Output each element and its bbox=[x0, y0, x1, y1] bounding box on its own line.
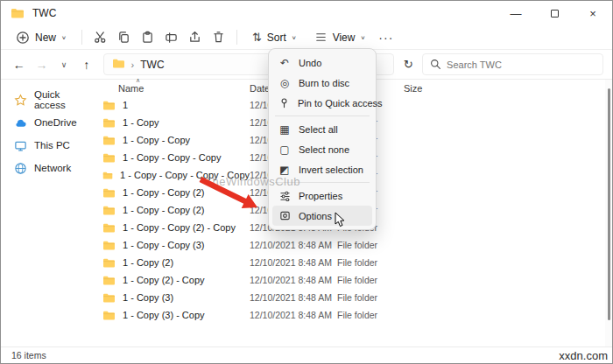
titlebar: TWC — × bbox=[1, 1, 612, 25]
see-more-button[interactable]: ··· bbox=[375, 28, 397, 47]
rename-button[interactable] bbox=[160, 28, 182, 47]
undo-icon: ↶ bbox=[278, 58, 291, 68]
menu-item-label: Undo bbox=[299, 58, 321, 68]
view-button-label: View bbox=[333, 32, 356, 44]
menu-item-burn-to-disc[interactable]: ◎ Burn to disc bbox=[272, 73, 372, 93]
menu-item-label: Burn to disc bbox=[299, 78, 349, 88]
trash-icon bbox=[212, 31, 225, 44]
plus-circle-icon bbox=[16, 31, 30, 45]
menu-item-pin-to-quick-access[interactable]: Pin to Quick access bbox=[272, 93, 372, 113]
properties-icon bbox=[278, 190, 291, 201]
pin-icon bbox=[278, 97, 290, 108]
cut-button[interactable] bbox=[89, 28, 111, 47]
file-type: File folder bbox=[337, 310, 404, 320]
column-header-size[interactable]: Size bbox=[404, 83, 456, 94]
menu-separator bbox=[275, 182, 370, 183]
scrollbar-thumb[interactable] bbox=[608, 88, 610, 320]
new-button[interactable]: New ∨ bbox=[8, 28, 74, 47]
view-button[interactable]: View ∨ bbox=[306, 28, 374, 46]
paste-button[interactable] bbox=[137, 28, 159, 47]
search-input[interactable] bbox=[447, 60, 595, 70]
sidebar-item-quick-access[interactable]: Quick access bbox=[1, 88, 94, 111]
file-name: 1 - Copy (2) bbox=[95, 257, 250, 269]
menu-item-label: Invert selection bbox=[299, 164, 363, 175]
file-row[interactable]: 1 - Copy (3) - Copy12/10/2021 8:48 AMFil… bbox=[95, 306, 605, 324]
file-name: 1 - Copy - Copy bbox=[95, 135, 250, 146]
file-row[interactable]: 1 - Copy (2) - Copy12/10/2021 8:48 AMFil… bbox=[95, 271, 605, 289]
command-toolbar: New ∨ ⇅ Sort ∨ View ∨ bbox=[1, 25, 612, 50]
forward-button[interactable]: → bbox=[32, 58, 52, 72]
window-controls: — × bbox=[497, 1, 612, 25]
folder-icon bbox=[102, 117, 116, 129]
folder-icon bbox=[102, 310, 116, 321]
menu-item-undo[interactable]: ↶ Undo bbox=[272, 52, 372, 73]
close-button[interactable]: × bbox=[574, 1, 612, 25]
file-date-modified: 12/10/2021 8:48 AM bbox=[250, 275, 337, 285]
sidebar-item-network[interactable]: Network bbox=[1, 157, 94, 179]
file-name: 1 - Copy - Copy (3) bbox=[95, 240, 250, 251]
globe-icon bbox=[14, 162, 27, 175]
scissors-icon bbox=[94, 31, 107, 44]
column-header-name[interactable]: Name bbox=[95, 83, 250, 94]
status-bar: 16 items bbox=[1, 346, 612, 363]
up-button[interactable]: ↑ bbox=[77, 58, 96, 72]
toolbar-separator bbox=[81, 30, 82, 45]
menu-item-properties[interactable]: Properties bbox=[272, 186, 372, 206]
menu-item-select-none[interactable]: ▢ Select none bbox=[272, 139, 372, 159]
sidebar-item-label: Network bbox=[34, 163, 71, 173]
file-row[interactable]: 1 - Copy - Copy (3)12/10/2021 8:48 AMFil… bbox=[95, 236, 605, 254]
sidebar-item-onedrive[interactable]: OneDrive bbox=[1, 111, 94, 134]
disc-icon: ◎ bbox=[278, 78, 291, 88]
menu-item-label: Options bbox=[299, 211, 332, 221]
items-count: 16 items bbox=[11, 350, 46, 360]
cloud-icon bbox=[14, 116, 27, 130]
recent-locations-button[interactable]: ∨ bbox=[54, 60, 74, 69]
select-none-icon: ▢ bbox=[278, 144, 291, 155]
copy-button[interactable] bbox=[113, 28, 135, 47]
refresh-button[interactable]: ↻ bbox=[398, 58, 419, 71]
sidebar-item-label: OneDrive bbox=[34, 117, 77, 128]
new-button-label: New bbox=[35, 32, 56, 44]
vertical-scrollbar[interactable] bbox=[605, 80, 612, 346]
file-type: File folder bbox=[337, 292, 404, 303]
menu-item-label: Properties bbox=[299, 191, 342, 201]
share-button[interactable] bbox=[184, 28, 206, 47]
file-row[interactable]: 1 - Copy (2)12/10/2021 8:48 AMFile folde… bbox=[95, 254, 605, 271]
file-name: 1 - Copy - Copy - Copy - Copy bbox=[95, 170, 250, 181]
menu-item-options[interactable]: Options bbox=[272, 206, 372, 226]
sort-button[interactable]: ⇅ Sort ∨ bbox=[244, 29, 305, 46]
breadcrumb-chevron-icon: › bbox=[131, 60, 135, 70]
file-type: File folder bbox=[337, 275, 404, 285]
maximize-button[interactable] bbox=[535, 1, 574, 25]
folder-icon bbox=[102, 135, 116, 146]
file-date-modified: 12/10/2021 8:48 AM bbox=[250, 240, 337, 250]
file-row[interactable]: 1 - Copy (3)12/10/2021 8:48 AMFile folde… bbox=[95, 289, 605, 306]
paste-icon bbox=[141, 31, 154, 44]
sidebar-item-this-pc[interactable]: This PC bbox=[1, 134, 94, 157]
menu-item-select-all[interactable]: ▦ Select all bbox=[272, 119, 372, 139]
delete-button[interactable] bbox=[208, 28, 229, 47]
minimize-button[interactable]: — bbox=[497, 1, 535, 25]
menu-item-label: Select all bbox=[299, 124, 338, 135]
file-type: File folder bbox=[337, 240, 404, 250]
folder-icon bbox=[102, 152, 116, 164]
window-title: TWC bbox=[32, 7, 56, 19]
folder-icon bbox=[102, 187, 116, 199]
navigation-pane: Quick access OneDrive This PC Network bbox=[1, 80, 94, 346]
back-button[interactable]: ← bbox=[10, 58, 29, 72]
watermark-corner: xxdn.com bbox=[557, 349, 609, 362]
sort-button-label: Sort bbox=[267, 32, 286, 44]
folder-icon bbox=[102, 170, 113, 181]
search-icon bbox=[430, 59, 441, 70]
file-name: 1 bbox=[95, 100, 250, 111]
search-box[interactable] bbox=[422, 53, 603, 75]
folder-icon bbox=[102, 205, 116, 216]
menu-item-invert-selection[interactable]: ◩ Invert selection bbox=[272, 159, 372, 179]
folder-icon bbox=[102, 100, 116, 111]
copy-icon bbox=[117, 31, 130, 44]
file-date-modified: 12/10/2021 8:48 AM bbox=[250, 310, 337, 320]
file-name: 1 - Copy (3) bbox=[95, 292, 250, 304]
invert-selection-icon: ◩ bbox=[278, 164, 291, 175]
folder-icon bbox=[102, 275, 116, 286]
file-name: 1 - Copy (2) - Copy bbox=[95, 275, 250, 286]
